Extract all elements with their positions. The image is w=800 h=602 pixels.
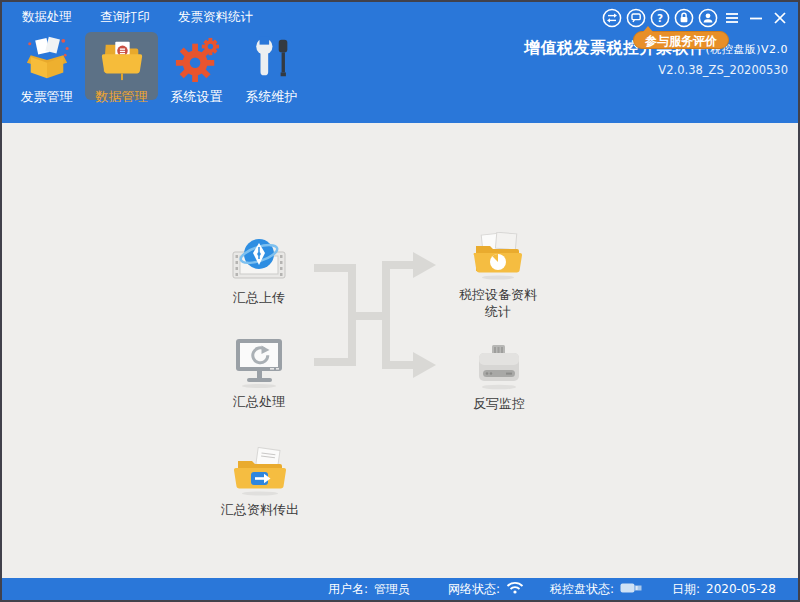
lock-icon[interactable]	[674, 8, 694, 28]
usb-device-icon	[620, 582, 644, 597]
nav-label: 数据管理	[96, 88, 148, 106]
toolbar: 发票管理 数据管理	[10, 32, 308, 100]
folder-export-icon	[231, 441, 289, 497]
nav-label: 系统维护	[246, 88, 298, 106]
status-date-value: 2020-05-28	[706, 582, 776, 596]
statusbar: 用户名: 管理员 网络状态: 税控盘状态:	[2, 578, 798, 600]
minimize-icon[interactable]	[746, 8, 766, 28]
main-area: 汇总上传 税控设备资料统计	[2, 123, 798, 578]
status-user: 用户名: 管理员	[328, 578, 410, 600]
app-version: V2.0.38_ZS_20200530	[524, 63, 788, 77]
tax-device-icon	[472, 335, 526, 391]
sync-icon[interactable]	[602, 8, 622, 28]
feedback-icon[interactable]	[626, 8, 646, 28]
folder-piechart-icon	[470, 226, 526, 282]
nav-system-maintenance[interactable]: 系统维护	[235, 32, 308, 100]
wifi-icon	[506, 581, 524, 597]
item-summary-processing[interactable]: 汇总处理	[209, 333, 309, 411]
status-network: 网络状态:	[448, 578, 524, 600]
status-user-value: 管理员	[374, 581, 410, 598]
item-label: 汇总上传	[233, 290, 285, 307]
data-folder-icon	[99, 36, 145, 86]
app-window: 数据处理 查询打印 发票资料统计 ?	[0, 0, 800, 602]
nav-data-management[interactable]: 数据管理	[85, 32, 158, 100]
item-summary-export[interactable]: 汇总资料传出	[210, 441, 310, 519]
item-tax-device-stats[interactable]: 税控设备资料统计	[448, 226, 548, 321]
window-controls: ?	[602, 8, 790, 28]
help-icon[interactable]: ?	[650, 8, 670, 28]
status-date-label: 日期:	[672, 581, 700, 598]
nav-system-settings[interactable]: 系统设置	[160, 32, 233, 100]
nav-invoice-management[interactable]: 发票管理	[10, 32, 83, 100]
status-date: 日期: 2020-05-28	[672, 578, 776, 600]
item-summary-upload[interactable]: 汇总上传	[209, 229, 309, 307]
item-label: 汇总处理	[233, 394, 285, 411]
status-device-label: 税控盘状态:	[550, 581, 614, 598]
nav-label: 发票管理	[21, 88, 73, 106]
globe-pen-icon	[232, 229, 286, 285]
service-evaluation-tooltip[interactable]: 参与服务评价	[633, 31, 729, 49]
gears-icon	[174, 36, 220, 86]
item-label: 税控设备资料统计	[455, 287, 541, 321]
user-icon[interactable]	[698, 8, 718, 28]
invoice-box-icon	[24, 36, 70, 86]
close-icon[interactable]	[770, 8, 790, 28]
item-label: 汇总资料传出	[221, 502, 299, 519]
status-user-label: 用户名:	[328, 581, 368, 598]
item-writeback-monitoring[interactable]: 反写监控	[449, 335, 549, 413]
flow-connector-arrows	[308, 238, 440, 382]
status-tax-device: 税控盘状态:	[550, 578, 644, 600]
menu-data-processing[interactable]: 数据处理	[22, 9, 72, 26]
menu-icon[interactable]	[722, 8, 742, 28]
status-network-label: 网络状态:	[448, 581, 500, 598]
menu-invoice-stats[interactable]: 发票资料统计	[178, 9, 253, 26]
item-label: 反写监控	[473, 396, 525, 413]
svg-text:?: ?	[657, 12, 663, 24]
tools-icon	[249, 36, 295, 86]
menu-query-print[interactable]: 查询打印	[100, 9, 150, 26]
header: 数据处理 查询打印 发票资料统计 ?	[2, 2, 798, 123]
nav-label: 系统设置	[171, 88, 223, 106]
monitor-refresh-icon	[232, 333, 286, 389]
